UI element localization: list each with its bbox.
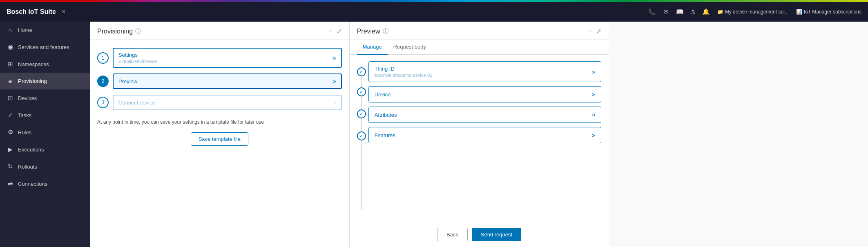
provisioning-info-icon[interactable]: ⓘ — [135, 28, 141, 35]
preview-item-thing-id: ✓ Thing ID example.dm:demo-device-01 » — [368, 61, 602, 82]
step-2-number: 2 — [97, 76, 109, 87]
attributes-chevron: » — [591, 111, 595, 118]
rollouts-icon: ↻ — [7, 163, 14, 170]
save-info-text: At any point in time, you can save your … — [97, 118, 342, 126]
preview-items-container: ✓ Thing ID example.dm:demo-device-01 » ✓ — [357, 61, 602, 215]
attributes-card[interactable]: Attributes » — [368, 107, 602, 123]
folder-icon: 📁 — [717, 9, 723, 15]
sidebar-item-namespaces[interactable]: ⊞ Namespaces — [0, 56, 90, 73]
device-management-link[interactable]: 📁 My device management sol... — [717, 9, 789, 15]
devices-icon: ⊡ — [7, 94, 14, 102]
iot-manager-link[interactable]: 📊 IoT Manager subscriptions — [796, 9, 861, 15]
features-chevron: » — [591, 131, 595, 139]
preview-info-icon[interactable]: ⓘ — [383, 28, 388, 35]
tab-request-body[interactable]: Request body — [388, 40, 432, 55]
step-1-content: Settings VirtualDemoDevice — [118, 52, 157, 64]
send-request-button[interactable]: Send request — [472, 228, 521, 241]
preview-item-features: ✓ Features » — [368, 127, 602, 143]
book-icon[interactable]: 📖 — [676, 8, 684, 16]
bell-icon[interactable]: 🔔 — [702, 8, 710, 16]
device-chevron: » — [591, 91, 595, 98]
step-1-row: 1 Settings VirtualDemoDevice » — [97, 48, 342, 68]
step-2-row: 2 Preview » — [97, 73, 342, 89]
sidebar: ⌂ Home ◉ Services and features ⊞ Namespa… — [0, 22, 90, 247]
sidebar-item-services[interactable]: ◉ Services and features — [0, 38, 90, 56]
step-3-number: 3 — [97, 97, 109, 108]
check-attributes: ✓ — [357, 109, 366, 118]
header-close-button[interactable]: × — [60, 7, 67, 17]
preview-item-device: ✓ Device » — [368, 86, 602, 102]
tab-manage[interactable]: Manage — [357, 40, 388, 55]
preview-footer: Back Send request — [350, 222, 609, 247]
provisioning-panel-header: Provisioning ⓘ − ⤢ — [90, 22, 349, 40]
preview-panel-title: Preview ⓘ — [357, 28, 388, 35]
provisioning-panel-title: Provisioning ⓘ — [97, 28, 141, 35]
main-layout: ⌂ Home ◉ Services and features ⊞ Namespa… — [0, 22, 868, 247]
step-1-title: Settings — [118, 52, 157, 58]
check-device: ✓ — [357, 87, 366, 96]
provisioning-panel-controls: − ⤢ — [328, 27, 341, 35]
preview-body: ✓ Thing ID example.dm:demo-device-01 » ✓ — [350, 55, 609, 222]
step-3-title: Connect device — [118, 100, 155, 106]
rules-icon: ⚙ — [7, 129, 14, 136]
sidebar-item-executions[interactable]: ▶ Executions — [0, 141, 90, 158]
namespaces-icon: ⊞ — [7, 60, 14, 68]
check-thing-id: ✓ — [357, 67, 366, 76]
connections-icon: ⇌ — [7, 180, 14, 187]
provisioning-icon: ≡ — [7, 78, 14, 85]
step-1-number: 1 — [97, 52, 109, 64]
sidebar-item-connections[interactable]: ⇌ Connections — [0, 175, 90, 192]
provisioning-minimize-button[interactable]: − — [328, 27, 332, 35]
sidebar-item-rollouts[interactable]: ↻ Rollouts — [0, 158, 90, 175]
features-card[interactable]: Features » — [368, 127, 602, 143]
thing-id-card[interactable]: Thing ID example.dm:demo-device-01 » — [368, 61, 602, 82]
content-area: Provisioning ⓘ − ⤢ 1 — [90, 22, 868, 247]
header-right: 📞 ✉ 📖 $ 🔔 📁 My device management sol... … — [648, 8, 861, 16]
preview-panel-controls: − ⤢ — [588, 27, 601, 35]
phone-icon[interactable]: 📞 — [648, 8, 656, 16]
thing-id-subtitle: example.dm:demo-device-01 — [375, 73, 433, 78]
tasks-icon: ✓ — [7, 111, 14, 119]
provisioning-expand-button[interactable]: ⤢ — [337, 27, 342, 35]
save-template-button[interactable]: Save template file — [191, 132, 248, 146]
sidebar-item-tasks[interactable]: ✓ Tasks — [0, 107, 90, 124]
dollar-icon[interactable]: $ — [691, 9, 694, 16]
steps-container: 1 Settings VirtualDemoDevice » — [97, 48, 342, 110]
preview-panel-header: Preview ⓘ − ⤢ — [350, 22, 609, 40]
step-2-title: Preview — [118, 78, 137, 85]
executions-icon: ▶ — [7, 146, 14, 153]
thing-id-title: Thing ID — [375, 66, 433, 72]
step-3-content: Connect device — [118, 100, 155, 106]
sidebar-item-provisioning[interactable]: ≡ Provisioning — [0, 73, 90, 89]
check-features: ✓ — [357, 131, 366, 140]
step-1-subtitle: VirtualDemoDevice — [118, 59, 157, 64]
step-2-content: Preview — [118, 78, 137, 85]
thing-id-chevron: » — [591, 68, 595, 76]
empty-right-panel — [609, 22, 868, 247]
preview-minimize-button[interactable]: − — [588, 27, 592, 35]
preview-panel: Preview ⓘ − ⤢ Manage Request body — [350, 22, 609, 247]
preview-item-attributes: ✓ Attributes » — [368, 107, 602, 123]
device-card[interactable]: Device » — [368, 86, 602, 102]
back-button[interactable]: Back — [437, 228, 468, 241]
preview-expand-button[interactable]: ⤢ — [596, 27, 601, 35]
attributes-title: Attributes — [375, 112, 397, 118]
step-2-chevron: » — [332, 78, 336, 85]
step-1-card[interactable]: Settings VirtualDemoDevice » — [113, 48, 342, 68]
app-header: Bosch IoT Suite × 📞 ✉ 📖 $ 🔔 📁 My device … — [0, 2, 868, 22]
preview-tabs: Manage Request body — [350, 40, 609, 55]
provisioning-panel-body: 1 Settings VirtualDemoDevice » — [90, 40, 349, 247]
step-3-card[interactable]: Connect device › — [113, 95, 342, 110]
sidebar-item-home[interactable]: ⌂ Home — [0, 22, 90, 38]
header-left: Bosch IoT Suite × — [7, 7, 67, 17]
sidebar-item-devices[interactable]: ⊡ Devices — [0, 89, 90, 107]
home-icon: ⌂ — [7, 27, 14, 33]
chart-icon: 📊 — [796, 9, 802, 15]
services-icon: ◉ — [7, 43, 14, 51]
features-title: Features — [375, 132, 395, 138]
mail-icon[interactable]: ✉ — [663, 8, 669, 16]
step-2-card[interactable]: Preview » — [113, 73, 342, 89]
provisioning-panel: Provisioning ⓘ − ⤢ 1 — [90, 22, 350, 247]
sidebar-item-rules[interactable]: ⚙ Rules — [0, 124, 90, 141]
step-1-chevron: » — [332, 54, 336, 62]
